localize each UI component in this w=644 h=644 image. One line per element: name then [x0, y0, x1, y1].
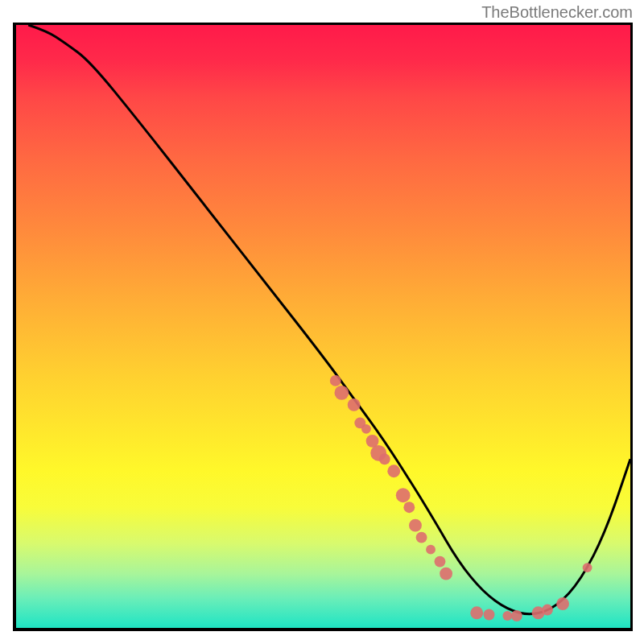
data-point — [416, 532, 427, 543]
data-point — [379, 453, 390, 464]
data-point — [440, 568, 452, 580]
scatter-layer — [330, 375, 592, 621]
data-point — [361, 424, 371, 434]
data-point — [502, 611, 512, 621]
data-point — [470, 606, 483, 619]
data-point — [511, 610, 522, 621]
data-point — [348, 398, 361, 411]
data-point — [542, 605, 553, 616]
data-point — [435, 556, 446, 568]
plot-area — [13, 23, 633, 631]
data-point — [330, 375, 341, 386]
data-point — [334, 386, 349, 400]
data-point — [403, 502, 415, 513]
data-point — [396, 488, 411, 502]
data-point — [484, 609, 495, 621]
chart-svg — [16, 25, 630, 628]
curve-layer — [28, 25, 630, 614]
data-point — [409, 519, 422, 532]
data-point — [583, 563, 592, 572]
data-point — [426, 545, 436, 555]
bottleneck-curve — [28, 25, 630, 614]
data-point — [387, 464, 400, 477]
watermark-text: TheBottlenecker.com — [481, 3, 633, 22]
data-point — [556, 597, 569, 610]
